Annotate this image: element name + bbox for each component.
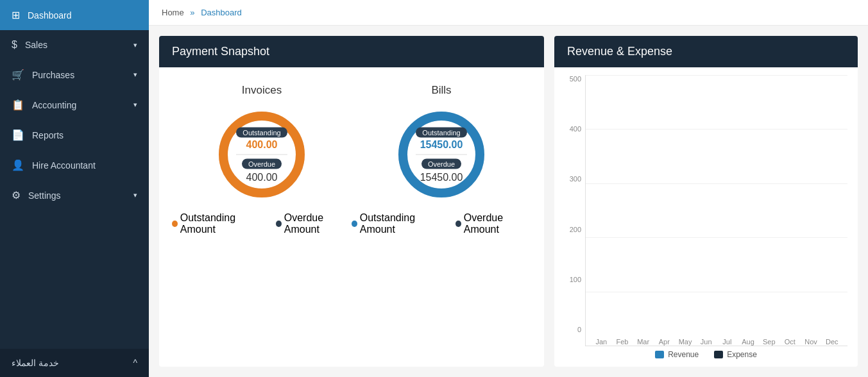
chart-body: 500 400 300 200 100 0 <box>554 67 858 367</box>
invoices-title: Invoices <box>242 84 282 97</box>
y-label-200: 200 <box>565 226 581 233</box>
bills-outstanding-label: Outstanding <box>416 128 466 138</box>
y-label-100: 100 <box>565 276 581 283</box>
bills-overdue-label: Overdue <box>421 159 461 169</box>
revenue-rect <box>655 351 664 358</box>
blue-dot <box>352 221 357 227</box>
sidebar: ⊞ Dashboard $ Sales ▾ 🛒 Purchases ▾ 📋 Ac… <box>0 0 149 377</box>
payment-snapshot-panel: Payment Snapshot Invoices <box>159 36 544 367</box>
invoices-legend-overdue-label: Overdue Amount <box>284 212 352 235</box>
invoices-legend-overdue: Overdue Amount <box>276 212 352 235</box>
chevron-down-icon: ▾ <box>133 71 137 79</box>
invoices-inner: Outstanding 400.00 Overdue 400.00 <box>223 126 300 183</box>
sidebar-item-sales[interactable]: $ Sales ▾ <box>0 30 149 60</box>
bills-legend-overdue: Overdue Amount <box>455 212 531 235</box>
purchases-icon: 🛒 <box>12 69 24 81</box>
chevron-down-icon: ▾ <box>133 191 137 199</box>
sidebar-item-dashboard[interactable]: ⊞ Dashboard <box>0 0 149 30</box>
y-axis: 500 400 300 200 100 0 <box>565 75 585 346</box>
donut-row: Invoices Outstanding 400.00 <box>172 78 531 239</box>
legend-revenue: Revenue <box>655 350 699 359</box>
revenue-expense-panel: Revenue & Expense 500 400 300 200 100 0 <box>554 36 858 367</box>
sidebar-item-accounting[interactable]: 📋 Accounting ▾ <box>0 90 149 120</box>
orange-dot <box>172 221 178 227</box>
sidebar-item-label: Dashboard <box>28 10 72 21</box>
sales-icon: $ <box>12 39 17 51</box>
y-label-300: 300 <box>565 175 581 183</box>
dark-dot2 <box>455 221 461 227</box>
sidebar-bottom[interactable]: خدمة العملاء ^ <box>0 349 149 377</box>
chevron-down-icon: ▾ <box>133 101 137 109</box>
invoices-overdue-value: 400.00 <box>223 172 300 183</box>
invoices-overdue-label: Overdue <box>242 159 282 169</box>
bills-inner: Outstanding 15450.00 Overdue 15450.00 <box>403 126 480 183</box>
sidebar-item-purchases[interactable]: 🛒 Purchases ▾ <box>0 60 149 90</box>
bars-container <box>586 75 847 333</box>
y-label-500: 500 <box>565 75 581 83</box>
payment-snapshot-title: Payment Snapshot <box>172 45 269 58</box>
x-label-dec: Dec <box>821 338 842 346</box>
bills-legend: Outstanding Amount Overdue Amount <box>352 212 531 235</box>
sidebar-item-hire-accountant[interactable]: 👤 Hire Accountant <box>0 150 149 180</box>
bills-title: Bills <box>431 84 451 97</box>
invoices-section: Invoices Outstanding 400.00 <box>172 84 352 235</box>
dark-dot <box>276 221 282 227</box>
dashboard-icon: ⊞ <box>12 9 20 21</box>
y-label-0: 0 <box>565 326 581 333</box>
x-label-nov: Nov <box>801 338 822 346</box>
x-label-sep: Sep <box>758 338 779 346</box>
legend-expense-label: Expense <box>727 350 757 359</box>
bills-legend-outstanding: Outstanding Amount <box>352 212 441 235</box>
chart-legend: Revenue Expense <box>565 346 847 362</box>
sidebar-item-label: Settings <box>28 190 61 201</box>
sidebar-item-settings[interactable]: ⚙ Settings ▾ <box>0 180 149 210</box>
breadcrumb-separator: » <box>190 8 194 17</box>
x-label-feb: Feb <box>612 338 633 346</box>
x-label-jan: Jan <box>591 338 612 346</box>
x-label-may: May <box>675 338 696 346</box>
invoices-legend: Outstanding Amount Overdue Amount <box>172 212 352 235</box>
sidebar-item-label: Accounting <box>32 100 76 110</box>
legend-expense: Expense <box>714 350 757 359</box>
main-content: Home » Dashboard Payment Snapshot Invoic… <box>149 0 868 377</box>
revenue-expense-title: Revenue & Expense <box>567 45 672 58</box>
invoices-donut: Outstanding 400.00 Overdue 400.00 <box>210 103 313 206</box>
expense-rect <box>714 351 723 358</box>
accounting-icon: 📋 <box>12 99 24 111</box>
invoices-outstanding-value: 400.00 <box>223 139 300 151</box>
reports-icon: 📄 <box>12 129 24 141</box>
x-label-aug: Aug <box>738 338 759 346</box>
sidebar-bottom-label: خدمة العملاء <box>12 358 59 368</box>
invoices-outstanding-label: Outstanding <box>236 128 287 138</box>
bills-legend-outstanding-label: Outstanding Amount <box>360 212 441 235</box>
x-labels: JanFebMarAprMayJunJulAugSepOctNovDec <box>586 338 847 346</box>
sidebar-item-reports[interactable]: 📄 Reports <box>0 120 149 150</box>
invoices-legend-outstanding-label: Outstanding Amount <box>180 212 262 235</box>
sidebar-item-label: Purchases <box>32 70 74 80</box>
revenue-expense-header: Revenue & Expense <box>554 36 858 67</box>
bills-outstanding-value: 15450.00 <box>403 139 480 151</box>
legend-revenue-label: Revenue <box>668 350 699 359</box>
chevron-down-icon: ▾ <box>133 41 137 49</box>
bills-overdue-value: 15450.00 <box>403 172 480 183</box>
x-label-jun: Jun <box>695 338 717 346</box>
breadcrumb: Home » Dashboard <box>149 0 868 26</box>
content-area: Payment Snapshot Invoices <box>149 26 868 377</box>
settings-icon: ⚙ <box>12 189 21 201</box>
y-label-400: 400 <box>565 125 581 133</box>
sidebar-item-label: Hire Accountant <box>32 160 96 171</box>
breadcrumb-home[interactable]: Home <box>162 8 184 17</box>
breadcrumb-current: Dashboard <box>201 8 242 17</box>
chart-area: 500 400 300 200 100 0 <box>565 75 847 346</box>
payment-snapshot-header: Payment Snapshot <box>159 36 544 67</box>
invoices-legend-outstanding: Outstanding Amount <box>172 212 262 235</box>
hire-accountant-icon: 👤 <box>12 159 24 171</box>
x-label-mar: Mar <box>633 338 654 346</box>
x-label-jul: Jul <box>717 338 738 346</box>
x-label-oct: Oct <box>779 338 801 346</box>
bills-section: Bills Outstanding 15450.00 Overdue <box>352 84 531 235</box>
expand-icon: ^ <box>133 358 137 368</box>
bills-legend-overdue-label: Overdue Amount <box>464 212 531 235</box>
sidebar-item-label: Sales <box>25 40 47 50</box>
bills-donut: Outstanding 15450.00 Overdue 15450.00 <box>390 103 493 206</box>
